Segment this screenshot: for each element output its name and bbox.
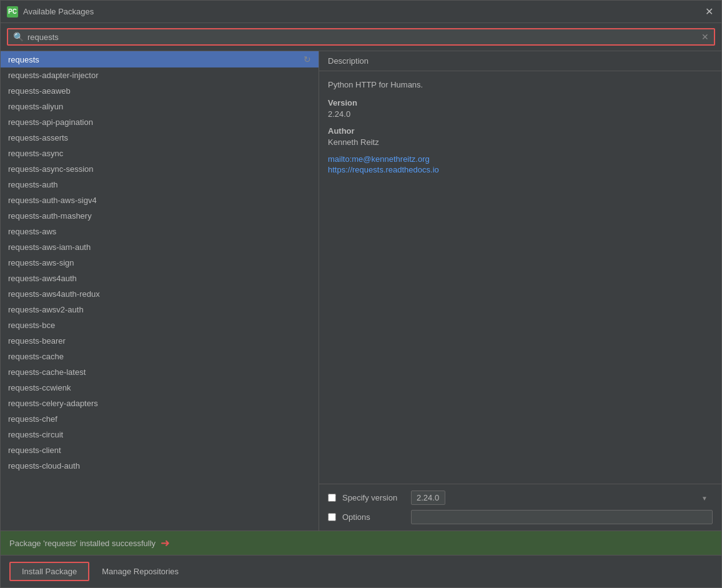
list-item[interactable]: requests-aws-sign — [1, 255, 319, 271]
title-bar: PC Available Packages ✕ — [1, 1, 721, 23]
list-item[interactable]: requests-auth-aws-sigv4 — [1, 192, 319, 208]
list-item[interactable]: requests-bce — [1, 317, 319, 333]
search-clear-icon[interactable]: ✕ — [701, 32, 709, 42]
docs-link[interactable]: https://requests.readthedocs.io — [328, 165, 713, 174]
list-item[interactable]: requests-aws-iam-auth — [1, 239, 319, 255]
options-bar: Specify version 2.24.0 Options — [319, 484, 721, 531]
specify-version-row: Specify version 2.24.0 — [328, 491, 713, 505]
status-bar: Package 'requests' installed successfull… — [1, 531, 721, 555]
list-item[interactable]: requests-cache — [1, 349, 319, 364]
close-button[interactable]: ✕ — [703, 6, 715, 18]
version-value: 2.24.0 — [328, 109, 713, 119]
search-input[interactable] — [27, 32, 698, 42]
list-item[interactable]: requests-api-pagination — [1, 114, 319, 130]
list-item[interactable]: requests-async-session — [1, 161, 319, 177]
list-item[interactable]: requests-celery-adapters — [1, 396, 319, 411]
package-list: requests↻requests-adapter-injectorreques… — [1, 51, 319, 531]
version-label: Version — [328, 98, 713, 107]
main-content: requests↻requests-adapter-injectorreques… — [1, 51, 721, 531]
list-item[interactable]: requests-async — [1, 146, 319, 161]
options-checkbox[interactable] — [328, 513, 336, 521]
app-icon: PC — [7, 6, 18, 17]
list-item[interactable]: requests-adapter-injector — [1, 67, 319, 83]
description-panel: Description Python HTTP for Humans. Vers… — [319, 51, 721, 531]
list-item[interactable]: requests-aws — [1, 224, 319, 239]
list-item[interactable]: requests-aws4auth-redux — [1, 286, 319, 302]
list-item[interactable]: requests-asserts — [1, 130, 319, 146]
author-label: Author — [328, 126, 713, 136]
refresh-icon[interactable]: ↻ — [304, 54, 311, 64]
status-message: Package 'requests' installed successfull… — [9, 539, 156, 548]
package-summary: Python HTTP for Humans. — [328, 80, 713, 89]
search-icon: 🔍 — [13, 32, 24, 42]
version-select[interactable]: 2.24.0 — [411, 491, 445, 505]
list-item[interactable]: requests-aeaweb — [1, 83, 319, 99]
list-item[interactable]: requests↻ — [1, 51, 319, 67]
list-item[interactable]: requests-cloud-auth — [1, 458, 319, 474]
email-link[interactable]: mailto:me@kennethreitz.org — [328, 154, 713, 164]
list-item[interactable]: requests-circuit — [1, 427, 319, 442]
specify-version-label: Specify version — [342, 493, 405, 502]
search-input-wrapper: 🔍 ✕ — [7, 28, 715, 46]
package-list-panel: requests↻requests-adapter-injectorreques… — [1, 51, 319, 531]
options-row: Options — [328, 510, 713, 524]
options-input[interactable] — [411, 510, 713, 524]
search-bar: 🔍 ✕ — [1, 23, 721, 51]
list-item[interactable]: requests-cache-latest — [1, 364, 319, 380]
dialog-window: PC Available Packages ✕ 🔍 ✕ requests↻req… — [0, 0, 722, 588]
description-body: Python HTTP for Humans. Version 2.24.0 A… — [319, 71, 721, 484]
list-item[interactable]: requests-chef — [1, 411, 319, 427]
version-select-wrapper: 2.24.0 — [411, 491, 713, 505]
list-item[interactable]: requests-aws4auth — [1, 271, 319, 286]
description-header: Description — [319, 51, 721, 71]
author-value: Kenneth Reitz — [328, 137, 713, 147]
list-item[interactable]: requests-auth — [1, 177, 319, 192]
footer: Install Package Manage Repositories — [1, 555, 721, 587]
options-label: Options — [342, 512, 405, 522]
install-package-button[interactable]: Install Package — [9, 562, 89, 581]
list-item[interactable]: requests-auth-mashery — [1, 208, 319, 224]
list-item[interactable]: requests-aliyun — [1, 99, 319, 114]
list-item[interactable]: requests-awsv2-auth — [1, 302, 319, 317]
list-item[interactable]: requests-client — [1, 442, 319, 458]
window-title: Available Packages — [23, 7, 698, 16]
list-item[interactable]: requests-bearer — [1, 333, 319, 349]
list-item[interactable]: requests-ccwienk — [1, 380, 319, 396]
manage-repositories-button[interactable]: Manage Repositories — [96, 563, 185, 580]
arrow-icon: ➜ — [161, 536, 170, 550]
specify-version-checkbox[interactable] — [328, 494, 336, 502]
